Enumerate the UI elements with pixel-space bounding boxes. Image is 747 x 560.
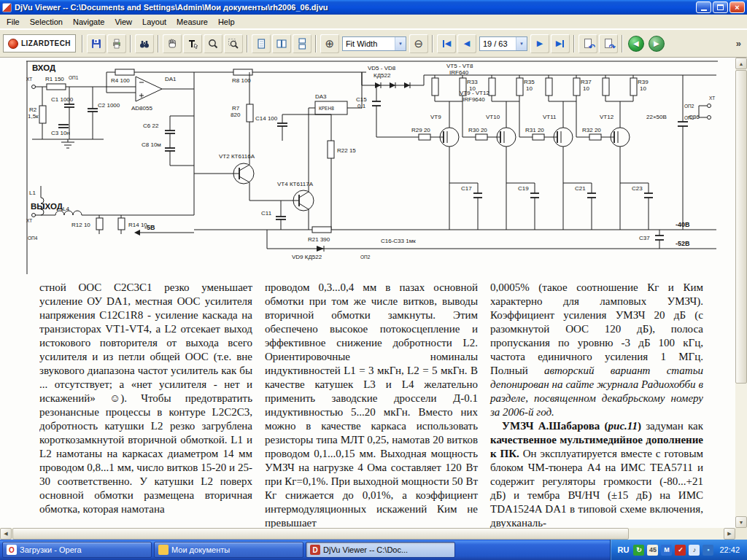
volume-icon[interactable]: ♪ bbox=[689, 545, 700, 556]
opera-icon: O bbox=[7, 545, 17, 555]
maximize-button[interactable] bbox=[713, 1, 728, 13]
folder-icon bbox=[158, 545, 169, 555]
chevron-down-icon: ▼ bbox=[519, 42, 524, 46]
horizontal-scrollbar[interactable]: ◀ ▶ bbox=[0, 528, 735, 540]
layout-facing-pages-button[interactable] bbox=[272, 34, 291, 53]
rotate-right-button[interactable]: ↷ bbox=[599, 34, 618, 53]
taskbar-button[interactable]: DDjVu Viewer -- C:\Doc... bbox=[306, 542, 455, 558]
previous-page-button[interactable]: ◀ bbox=[457, 34, 476, 53]
arrow-down-icon: ▼ bbox=[739, 520, 744, 525]
rotate-left-button[interactable]: ↶ bbox=[578, 34, 597, 53]
battery-meter-icon[interactable]: 45 bbox=[647, 545, 658, 556]
zoom-in-button[interactable]: ⊕ bbox=[320, 34, 339, 53]
pan-tool-button[interactable] bbox=[163, 34, 182, 53]
schematic-label: VD9 КД522 bbox=[292, 254, 322, 260]
taskbar-button-label: Загрузки - Opera bbox=[20, 545, 82, 554]
page-number-dropdown-button[interactable]: ▼ bbox=[516, 37, 527, 50]
last-page-button[interactable]: ▶ bbox=[551, 34, 570, 53]
menu-measure[interactable]: Measure bbox=[171, 15, 213, 28]
vertical-scrollbar[interactable]: ▲ ▼ bbox=[735, 58, 747, 528]
facing-pages-icon bbox=[276, 38, 287, 50]
rotate-left-icon: ↶ bbox=[589, 42, 595, 52]
schematic-label: C15 bbox=[356, 96, 367, 103]
horizontal-scroll-thumb[interactable] bbox=[12, 528, 629, 540]
minimize-button[interactable] bbox=[696, 1, 711, 13]
antivirus-icon[interactable]: ✓ bbox=[675, 545, 686, 556]
close-button[interactable]: × bbox=[729, 1, 745, 13]
scroll-down-button[interactable]: ▼ bbox=[735, 516, 747, 528]
save-icon bbox=[90, 38, 102, 50]
schematic-label: R29 20 bbox=[411, 127, 430, 133]
taskbar-clock[interactable]: 22:42 bbox=[719, 545, 740, 554]
back-button[interactable]: ◀ bbox=[628, 36, 644, 52]
zoom-out-button[interactable]: ⊖ bbox=[409, 34, 428, 53]
layout-single-page-button[interactable] bbox=[252, 34, 271, 53]
magnifier-icon bbox=[207, 38, 219, 50]
schematic-label: ОП2 bbox=[684, 104, 694, 109]
minimize-icon bbox=[701, 9, 707, 11]
window-controls: × bbox=[696, 1, 745, 13]
schematic-label: 22×50В bbox=[646, 114, 667, 120]
print-button[interactable] bbox=[107, 34, 126, 53]
title-bar[interactable]: DjVu Viewer -- C:\Documents and Settings… bbox=[0, 0, 747, 15]
first-page-button[interactable]: ◀ bbox=[437, 34, 456, 53]
toolbar-separator bbox=[82, 35, 83, 52]
menu-navigate[interactable]: Navigate bbox=[68, 15, 109, 28]
schematic-label: VT5 - VT8 bbox=[446, 63, 473, 69]
scroll-left-button[interactable]: ◀ bbox=[0, 528, 12, 540]
binoculars-icon bbox=[139, 38, 150, 50]
toolbar-overflow-button[interactable]: » bbox=[733, 38, 744, 49]
text-select-tool-button[interactable] bbox=[183, 34, 202, 53]
menu-file[interactable]: File bbox=[1, 15, 25, 28]
save-button[interactable] bbox=[87, 34, 106, 53]
menu-help[interactable]: Help bbox=[213, 15, 240, 28]
arrow-up-icon: ▲ bbox=[739, 61, 744, 66]
schematic-label: VD5 - VD8 bbox=[368, 65, 396, 71]
find-button[interactable] bbox=[135, 34, 154, 53]
network-icon[interactable]: ▪ bbox=[703, 545, 713, 556]
schematic-label: AD8055 bbox=[131, 105, 152, 112]
rotate-right-icon: ↷ bbox=[609, 42, 616, 52]
zoom-mode-select[interactable]: Fit Width ▼ bbox=[342, 36, 406, 51]
forward-button[interactable]: ▶ bbox=[649, 36, 665, 52]
schematic-label: DA3 bbox=[315, 93, 327, 100]
toolbar: LIZARDTECH ⊕ Fit Width ▼ ⊖ ◀ ◀ 19 bbox=[0, 29, 747, 58]
vertical-scroll-thumb[interactable] bbox=[735, 70, 747, 384]
first-page-icon: ◀ bbox=[445, 39, 451, 47]
zoom-mode-dropdown-button[interactable]: ▼ bbox=[395, 37, 406, 50]
layout-continuous-button[interactable] bbox=[293, 34, 311, 53]
schematic-label: VT11 bbox=[543, 114, 557, 120]
update-icon[interactable]: ↻ bbox=[633, 545, 644, 556]
taskbar: OЗагрузки - OperaМои документыDDjVu View… bbox=[0, 540, 747, 560]
schematic-label: ВХОД bbox=[32, 63, 55, 72]
article-paragraph: проводом 0,3...0,4 мм в пазах основной о… bbox=[265, 281, 478, 528]
toolbar-separator bbox=[573, 35, 575, 52]
schematic-label: ОП3 bbox=[684, 115, 694, 120]
scroll-up-button[interactable]: ▲ bbox=[735, 58, 747, 69]
schematic-label: R35 bbox=[524, 79, 535, 85]
scroll-right-button[interactable]: ▶ bbox=[724, 528, 735, 540]
schematic-label: C1 1000 bbox=[51, 96, 74, 103]
schematic-label: -5В bbox=[144, 224, 155, 231]
schematic-label: C2 1000 bbox=[98, 102, 120, 109]
menu-layout[interactable]: Layout bbox=[137, 15, 171, 28]
zoom-tool-button[interactable] bbox=[204, 34, 222, 53]
menu-selection[interactable]: Selection bbox=[25, 15, 68, 28]
article-columns: стной ООС С2С3С1 резко уменьшает усилени… bbox=[39, 281, 703, 528]
next-page-button[interactable]: ▶ bbox=[530, 34, 549, 53]
language-indicator[interactable]: RU bbox=[618, 545, 630, 554]
page-number-select[interactable]: 19 / 63 ▼ bbox=[479, 36, 527, 51]
taskbar-button[interactable]: Мои документы bbox=[154, 542, 303, 558]
schematic-label: ОП1 bbox=[69, 75, 79, 80]
schematic-label: R7 bbox=[232, 105, 240, 112]
schematic-label: R8 100 bbox=[232, 77, 251, 84]
zoom-select-tool-button[interactable] bbox=[224, 34, 243, 53]
mail-agent-icon[interactable]: M bbox=[661, 545, 672, 556]
lizardtech-brand-button[interactable]: LIZARDTECH bbox=[3, 34, 76, 52]
arrow-right-icon: ▶ bbox=[727, 531, 731, 537]
menu-view[interactable]: View bbox=[109, 15, 137, 28]
taskbar-button[interactable]: OЗагрузки - Opera bbox=[2, 542, 152, 558]
system-tray: RU ↻45M✓♪▪ 22:42 bbox=[610, 540, 747, 560]
zoom-in-icon: ⊕ bbox=[325, 37, 335, 50]
schematic-label: VT4 КТ6117А bbox=[277, 181, 314, 187]
